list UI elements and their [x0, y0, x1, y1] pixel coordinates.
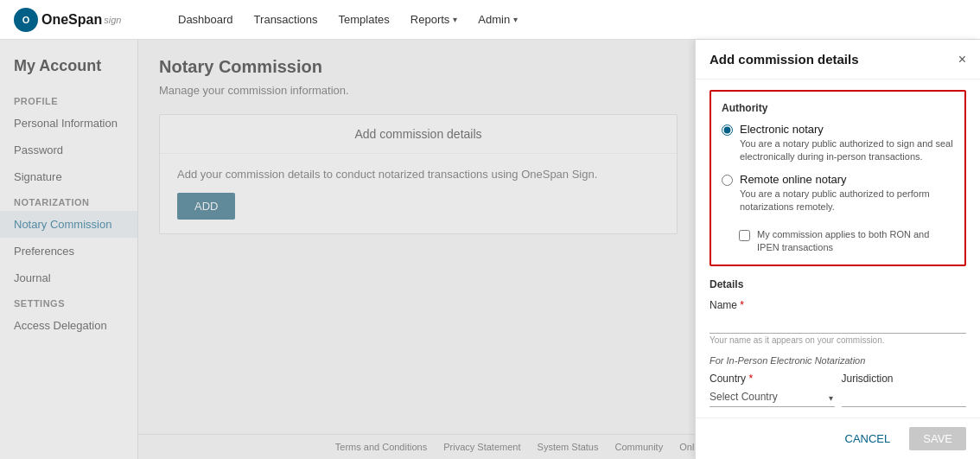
ron-ipen-label: My commission applies to both RON and IP…	[757, 228, 954, 255]
name-hint: Your name as it appears on your commissi…	[710, 335, 966, 345]
jurisdiction-label: Jurisdiction	[842, 373, 967, 385]
nav-admin[interactable]: Admin ▾	[478, 13, 518, 26]
logo-text: OneSpan	[41, 12, 102, 28]
logo-sign: sign	[104, 15, 121, 25]
panel-footer: CANCEL SAVE	[696, 418, 980, 459]
name-field-group: Name * Your name as it appears on your c…	[710, 299, 966, 345]
country-jurisdiction-row: Country * Select Country ▾ Jurisdiction	[710, 373, 966, 418]
country-field-group: Country * Select Country ▾	[710, 373, 835, 407]
ron-ipen-checkbox-row: My commission applies to both RON and IP…	[722, 228, 954, 255]
country-label: Country *	[710, 373, 835, 385]
admin-arrow-icon: ▾	[513, 15, 518, 24]
authority-label: Authority	[722, 102, 954, 114]
remote-notary-radio[interactable]	[722, 175, 733, 186]
save-button[interactable]: SAVE	[909, 427, 966, 450]
logo-icon: O	[14, 8, 38, 32]
jurisdiction-input[interactable]	[842, 387, 967, 407]
details-label: Details	[710, 278, 966, 290]
nav-items: Dashboard Transactions Templates Reports…	[178, 13, 518, 26]
electronic-notary-radio[interactable]	[722, 124, 733, 136]
country-select-wrapper: Select Country ▾	[710, 387, 835, 407]
remote-notary-option: Remote online notary You are a notary pu…	[722, 173, 954, 214]
panel-header: Add commission details ×	[696, 40, 980, 80]
jurisdiction-field-group: Jurisdiction	[842, 373, 967, 407]
nav-templates[interactable]: Templates	[339, 13, 390, 26]
commission-panel: Add commission details × Authority Elect…	[695, 40, 980, 459]
electronic-notary-desc: You are a notary public authorized to si…	[740, 137, 954, 164]
country-select[interactable]: Select Country	[710, 387, 835, 407]
name-label: Name *	[710, 299, 966, 311]
electronic-notary-option: Electronic notary You are a notary publi…	[722, 123, 954, 164]
remote-notary-desc: You are a notary public authorized to pe…	[740, 188, 954, 214]
ron-ipen-checkbox[interactable]	[739, 230, 750, 241]
panel-body: Authority Electronic notary You are a no…	[696, 80, 980, 418]
name-input[interactable]	[710, 314, 966, 334]
cancel-button[interactable]: CANCEL	[833, 427, 903, 450]
close-button[interactable]: ×	[958, 53, 966, 67]
authority-section: Authority Electronic notary You are a no…	[710, 90, 966, 266]
reports-arrow-icon: ▾	[453, 15, 457, 24]
remote-notary-label: Remote online notary	[740, 173, 954, 186]
panel-title: Add commission details	[710, 52, 859, 67]
details-section: Details Name * Your name as it appears o…	[710, 278, 966, 418]
logo: O OneSpan sign	[14, 8, 152, 32]
nav-transactions[interactable]: Transactions	[254, 13, 318, 26]
nav-dashboard[interactable]: Dashboard	[178, 13, 233, 26]
main-layout: My Account PROFILE Personal Information …	[0, 40, 980, 459]
sub-section-label: For In-Person Electronic Notarization	[710, 355, 966, 366]
overlay	[0, 40, 703, 459]
electronic-notary-label: Electronic notary	[740, 123, 954, 136]
top-navigation: O OneSpan sign Dashboard Transactions Te…	[0, 0, 980, 40]
nav-reports[interactable]: Reports ▾	[410, 13, 458, 26]
authority-radio-group: Electronic notary You are a notary publi…	[722, 123, 954, 254]
